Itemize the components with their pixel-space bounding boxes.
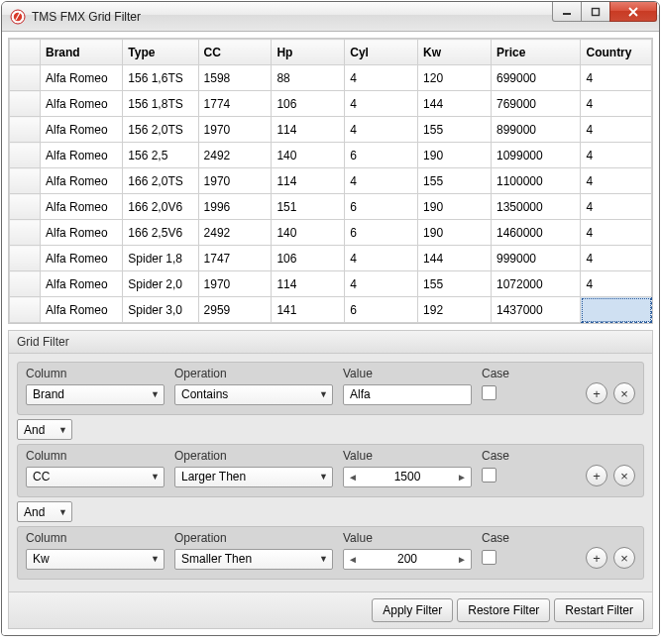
grid-cell[interactable]: 769000 — [491, 91, 581, 117]
grid-cell[interactable]: 166 2,5V6 — [123, 220, 198, 246]
value-spin[interactable]: ◄200► — [343, 549, 472, 570]
row-header[interactable] — [10, 91, 41, 117]
spin-increment-icon[interactable]: ► — [453, 554, 471, 565]
table-row[interactable]: Alfa RomeoSpider 3,0295914161921437000 — [10, 297, 652, 323]
grid-cell[interactable]: Spider 3,0 — [123, 297, 198, 323]
data-grid[interactable]: Brand Type CC Hp Cyl Kw Price Country Al… — [8, 38, 653, 324]
grid-cell[interactable]: 1460000 — [491, 220, 581, 246]
row-header[interactable] — [10, 220, 41, 246]
grid-cell[interactable]: Alfa Romeo — [40, 143, 122, 168]
grid-cell[interactable]: 4 — [345, 168, 418, 194]
grid-cell[interactable]: 1099000 — [491, 143, 581, 168]
grid-cell[interactable]: Alfa Romeo — [40, 246, 122, 271]
grid-cell[interactable]: 1970 — [198, 271, 272, 297]
grid-cell[interactable]: 190 — [418, 220, 492, 246]
close-button[interactable] — [609, 2, 657, 22]
column-select[interactable]: CC▼ — [26, 467, 165, 487]
table-row[interactable]: Alfa Romeo156 2,52492140619010990004 — [10, 143, 652, 168]
grid-cell[interactable]: Alfa Romeo — [40, 194, 122, 220]
row-header[interactable] — [10, 65, 41, 91]
grid-cell[interactable]: 114 — [272, 117, 345, 143]
grid-cell[interactable]: 1072000 — [491, 271, 581, 297]
join-select[interactable]: And▼ — [17, 501, 72, 522]
grid-cell[interactable]: 1970 — [198, 168, 272, 194]
grid-cell[interactable]: 190 — [418, 194, 492, 220]
grid-cell[interactable]: 155 — [418, 168, 492, 194]
grid-cell[interactable]: 699000 — [491, 65, 581, 91]
grid-cell[interactable]: 4 — [345, 117, 418, 143]
operation-select[interactable]: Smaller Then▼ — [174, 549, 333, 570]
grid-cell[interactable]: 155 — [418, 117, 492, 143]
grid-cell[interactable]: 6 — [345, 143, 418, 168]
row-header[interactable] — [10, 168, 41, 194]
grid-cell[interactable]: 4 — [345, 65, 418, 91]
column-select[interactable]: Kw▼ — [26, 549, 165, 570]
grid-cell[interactable]: Spider 2,0 — [123, 271, 198, 297]
restore-filter-button[interactable]: Restore Filter — [457, 598, 550, 622]
spin-decrement-icon[interactable]: ◄ — [344, 472, 362, 483]
grid-cell[interactable]: 6 — [345, 220, 418, 246]
grid-cell[interactable]: 140 — [272, 143, 345, 168]
grid-cell[interactable]: 106 — [272, 91, 345, 117]
grid-cell[interactable]: 1437000 — [491, 297, 581, 323]
grid-cell[interactable]: 1100000 — [491, 168, 581, 194]
grid-cell[interactable]: 192 — [418, 297, 492, 323]
grid-cell[interactable]: 4 — [345, 246, 418, 271]
col-header-kw[interactable]: Kw — [418, 40, 492, 65]
value-spin[interactable]: ◄1500► — [343, 467, 472, 487]
grid-cell[interactable]: 151 — [272, 194, 345, 220]
value-display[interactable]: 1500 — [362, 470, 453, 483]
grid-cell[interactable]: Alfa Romeo — [40, 271, 122, 297]
grid-cell[interactable]: Alfa Romeo — [40, 297, 122, 323]
grid-cell[interactable]: 4 — [581, 220, 652, 246]
operation-select[interactable]: Larger Then▼ — [174, 467, 333, 487]
grid-cell[interactable]: 4 — [581, 143, 652, 168]
grid-cell[interactable]: 1598 — [198, 65, 272, 91]
grid-cell[interactable]: Alfa Romeo — [40, 91, 122, 117]
case-checkbox[interactable] — [482, 385, 496, 400]
remove-condition-button[interactable]: × — [613, 465, 635, 486]
grid-cell[interactable]: 1747 — [198, 246, 272, 271]
table-row[interactable]: Alfa RomeoSpider 2,01970114415510720004 — [10, 271, 652, 297]
case-checkbox[interactable] — [482, 468, 496, 483]
row-header[interactable] — [10, 297, 41, 323]
grid-cell[interactable]: 155 — [418, 271, 492, 297]
col-header-brand[interactable]: Brand — [40, 40, 122, 65]
grid-cell[interactable]: 2959 — [198, 297, 272, 323]
join-select[interactable]: And▼ — [17, 419, 72, 440]
grid-cell[interactable]: 190 — [418, 143, 492, 168]
col-header-hp[interactable]: Hp — [272, 40, 345, 65]
remove-condition-button[interactable]: × — [613, 547, 635, 569]
grid-cell[interactable]: 120 — [418, 65, 492, 91]
maximize-button[interactable] — [581, 2, 610, 22]
table-row[interactable]: Alfa Romeo166 2,0V61996151619013500004 — [10, 194, 652, 220]
col-header-price[interactable]: Price — [491, 40, 581, 65]
grid-cell[interactable]: Spider 1,8 — [123, 246, 198, 271]
titlebar[interactable]: TMS FMX Grid Filter — [2, 2, 659, 32]
grid-cell[interactable]: 1350000 — [491, 194, 581, 220]
grid-cell[interactable]: 4 — [345, 91, 418, 117]
table-row[interactable]: Alfa Romeo156 1,6TS15988841206990004 — [10, 65, 652, 91]
grid-cell[interactable]: 156 2,0TS — [123, 117, 198, 143]
grid-cell[interactable]: 4 — [345, 271, 418, 297]
grid-cell[interactable]: 141 — [272, 297, 345, 323]
grid-cell[interactable]: Alfa Romeo — [40, 117, 122, 143]
grid-cell[interactable]: 4 — [581, 117, 652, 143]
table-row[interactable]: Alfa Romeo166 2,0TS1970114415511000004 — [10, 168, 652, 194]
operation-select[interactable]: Contains▼ — [174, 384, 333, 405]
table-row[interactable]: Alfa Romeo166 2,5V62492140619014600004 — [10, 220, 652, 246]
col-header-country[interactable]: Country — [581, 40, 652, 65]
grid-cell[interactable]: 156 1,6TS — [123, 65, 198, 91]
grid-cell[interactable]: Alfa Romeo — [40, 220, 122, 246]
grid-cell[interactable]: 899000 — [491, 117, 581, 143]
grid-cell[interactable]: 88 — [272, 65, 345, 91]
minimize-button[interactable] — [552, 2, 582, 22]
apply-filter-button[interactable]: Apply Filter — [372, 598, 453, 622]
value-display[interactable]: 200 — [362, 552, 453, 566]
grid-cell[interactable]: 1970 — [198, 117, 272, 143]
grid-cell[interactable]: 4 — [581, 91, 652, 117]
table-row[interactable]: Alfa Romeo156 2,0TS197011441558990004 — [10, 117, 652, 143]
value-input[interactable]: Alfa — [343, 384, 472, 405]
column-select[interactable]: Brand▼ — [26, 384, 165, 405]
table-row[interactable]: Alfa RomeoSpider 1,8174710641449990004 — [10, 246, 652, 271]
